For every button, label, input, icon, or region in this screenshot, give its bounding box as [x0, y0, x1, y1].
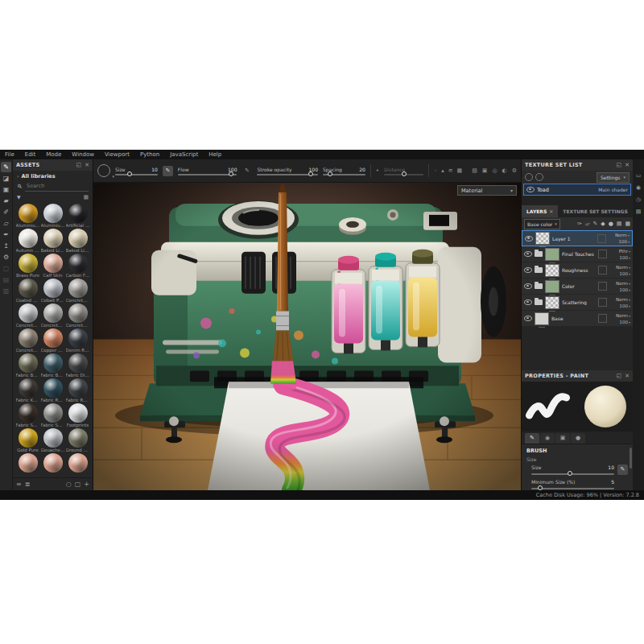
- scrollbar[interactable]: [630, 448, 632, 469]
- menu-item[interactable]: Viewport: [105, 151, 130, 158]
- projection-tool[interactable]: ▣: [1, 184, 11, 195]
- resources-frame-icon[interactable]: ▢: [75, 481, 81, 488]
- size-pressure-button[interactable]: ✎: [163, 166, 173, 176]
- opacity-value[interactable]: 100: [619, 271, 630, 276]
- layer-visibility-icon[interactable]: [524, 299, 532, 305]
- layer-thumbnail[interactable]: [545, 296, 559, 309]
- asset-item[interactable]: Fabric Bais...: [15, 353, 40, 378]
- blend-mode-select[interactable]: Norm: [616, 265, 630, 270]
- export-tool[interactable]: ↥: [1, 241, 11, 251]
- opacity-value[interactable]: 100: [618, 239, 630, 244]
- material-mode-select[interactable]: Material: [457, 185, 517, 196]
- stencil-tab-icon[interactable]: ▣: [555, 433, 570, 444]
- eraser-tool[interactable]: ◪: [1, 173, 11, 184]
- asset-item[interactable]: Calf Skin: [40, 254, 65, 279]
- viewport-canvas[interactable]: [93, 183, 521, 490]
- asset-item[interactable]: Gouache P...: [40, 428, 65, 453]
- delete-layer-icon[interactable]: ▦: [625, 221, 630, 227]
- close-icon[interactable]: ✕: [625, 373, 630, 379]
- asset-item[interactable]: Fabric Bas...: [40, 353, 65, 378]
- layer-row[interactable]: Layer 1 Norm 100: [522, 230, 633, 246]
- asset-item[interactable]: Aluminium...: [40, 204, 65, 229]
- asset-item[interactable]: Fabric Soft...: [40, 403, 65, 428]
- opacity-value[interactable]: 100: [619, 287, 630, 292]
- layer-row[interactable]: Final Touches Pthr 100: [522, 246, 633, 262]
- tab-texture-set-settings[interactable]: TEXTURE SET SETTINGS: [558, 205, 632, 217]
- asset-item[interactable]: Concrete C...: [15, 303, 40, 328]
- blend-mode-select[interactable]: Norm: [615, 233, 630, 237]
- layer-mask-box[interactable]: [598, 282, 607, 291]
- asset-item[interactable]: Concrete ...: [40, 303, 65, 328]
- asset-item[interactable]: [40, 453, 65, 477]
- stencil-icon[interactable]: ▧: [472, 167, 477, 174]
- list-view-small-icon[interactable]: ≡: [16, 481, 22, 488]
- asset-item[interactable]: Copper Pure: [40, 328, 65, 353]
- texture-set-row[interactable]: Toad Main shader: [523, 184, 631, 196]
- layer-thumbnail[interactable]: [545, 264, 559, 277]
- grid-view-icon[interactable]: ▦: [83, 194, 89, 200]
- brush-preview-icon[interactable]: [97, 164, 110, 177]
- flow-slider[interactable]: Flow100: [178, 167, 237, 175]
- tangent-wrap-icon[interactable]: ≋: [448, 167, 453, 174]
- render-settings-icon[interactable]: ⚙: [512, 167, 517, 174]
- paint-tool[interactable]: ✎: [1, 162, 11, 172]
- texture-set-settings-button[interactable]: Settings: [597, 172, 630, 183]
- add-paint-layer-icon[interactable]: ✎: [592, 221, 597, 227]
- asset-item[interactable]: Autumn Le...: [15, 229, 40, 254]
- brush-size-pressure-button[interactable]: ✎: [617, 464, 628, 475]
- add-adjustment-icon[interactable]: ▱: [585, 221, 589, 227]
- size-slider[interactable]: Size10: [115, 167, 158, 175]
- asset-item[interactable]: Fabric Soft...: [15, 403, 40, 428]
- asset-item[interactable]: Gold Pure: [15, 428, 40, 453]
- search-input[interactable]: [25, 181, 89, 192]
- dock-icon[interactable]: ◱: [617, 373, 622, 379]
- menu-item[interactable]: JavaScript: [170, 151, 198, 158]
- brush-size-slider[interactable]: Size10: [531, 464, 614, 475]
- blend-mode-select[interactable]: Norm: [616, 281, 630, 286]
- asset-item[interactable]: Concrete S...: [15, 328, 40, 353]
- asset-item[interactable]: Footprints: [65, 403, 90, 428]
- opacity-value[interactable]: 100: [619, 255, 630, 260]
- display-settings-icon[interactable]: ▭: [636, 172, 642, 179]
- blend-mode-select[interactable]: Norm: [616, 297, 630, 302]
- flow-pressure-button[interactable]: ✎: [242, 166, 252, 176]
- asset-item[interactable]: Aluminium...: [15, 204, 40, 229]
- min-size-slider[interactable]: Minimum Size (%)5: [531, 479, 614, 489]
- add-effect-icon[interactable]: ✑: [577, 221, 582, 227]
- tool-extra-2[interactable]: ▤: [1, 275, 11, 285]
- layer-mask-box[interactable]: [598, 298, 607, 307]
- layer-thumbnail[interactable]: [545, 280, 559, 293]
- stroke-opacity-slider[interactable]: Stroke opacity100: [257, 167, 318, 175]
- display-mode-icon[interactable]: ◐: [502, 167, 507, 174]
- symmetry-icon[interactable]: ▴: [441, 167, 444, 174]
- menu-item[interactable]: Help: [208, 151, 221, 158]
- dock-icon[interactable]: ◱: [617, 162, 622, 168]
- asset-item[interactable]: Fabric Rou...: [65, 378, 90, 403]
- lazy-mouse-icon[interactable]: ◦: [434, 167, 437, 174]
- layer-visibility-icon[interactable]: [524, 316, 532, 321]
- asset-item[interactable]: [65, 453, 90, 477]
- layer-row[interactable]: Roughness Norm 100: [522, 262, 633, 279]
- material-tab-icon[interactable]: ●: [571, 433, 585, 444]
- asset-item[interactable]: Fabric Knit...: [15, 378, 40, 403]
- folder-icon[interactable]: [535, 267, 543, 273]
- layer-mask-box[interactable]: [598, 266, 607, 275]
- close-tab-icon[interactable]: ✕: [549, 208, 553, 214]
- folder-icon[interactable]: [535, 283, 543, 289]
- menu-item[interactable]: Window: [72, 151, 94, 158]
- tool-extra-3[interactable]: ▥: [1, 286, 11, 296]
- asset-item[interactable]: Brass Pure: [15, 254, 40, 279]
- add-folder-icon[interactable]: ▤: [617, 221, 622, 227]
- viewport-3d-scene[interactable]: Material: [93, 183, 521, 490]
- close-icon[interactable]: ✕: [625, 162, 630, 168]
- layer-thumbnail[interactable]: [545, 248, 559, 261]
- layer-mask-box[interactable]: [598, 314, 607, 323]
- asset-item[interactable]: Fabric Rou...: [40, 378, 65, 403]
- tool-extra-1[interactable]: ▢: [1, 263, 11, 274]
- material-picker-tool[interactable]: ✒: [1, 229, 11, 240]
- layer-visibility-icon[interactable]: [524, 283, 532, 289]
- menu-item[interactable]: Mode: [46, 151, 61, 158]
- asset-item[interactable]: Carbon Fib...: [65, 254, 90, 279]
- asset-item[interactable]: Fabric Din...: [65, 353, 90, 378]
- layer-thumbnail[interactable]: [535, 312, 549, 325]
